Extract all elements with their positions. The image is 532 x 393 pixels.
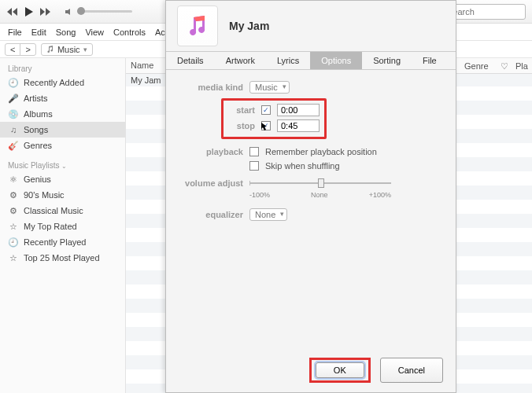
sidebar-item-classical-music[interactable]: ⚙Classical Music <box>0 203 125 219</box>
equalizer-select[interactable]: None <box>249 208 287 221</box>
sidebar-item-genres[interactable]: 🎸Genres <box>0 138 125 153</box>
gear-icon: ☆ <box>8 221 19 232</box>
sidebar-icon: 🕘 <box>8 77 19 88</box>
sidebar-item-recently-played[interactable]: 🕘Recently Played <box>0 234 125 250</box>
gear-icon: ⚙ <box>8 205 19 216</box>
menu-song[interactable]: Song <box>56 28 76 37</box>
column-plays[interactable]: Pla <box>515 61 528 71</box>
sidebar-item-label: Albums <box>24 109 53 119</box>
music-note-icon <box>46 46 54 53</box>
nav-back-forward[interactable]: <> <box>5 43 36 56</box>
song-row-name[interactable]: My Jam <box>126 74 166 88</box>
tab-lyrics[interactable]: Lyrics <box>266 52 310 69</box>
chevron-down-icon: ▾ <box>83 46 87 53</box>
menu-edit[interactable]: Edit <box>31 28 46 37</box>
play-icon[interactable] <box>24 6 35 17</box>
tab-file[interactable]: File <box>412 52 448 69</box>
start-time-input[interactable] <box>277 104 320 116</box>
skip-shuffle-label: Skip when shuffling <box>265 161 340 171</box>
tab-sorting[interactable]: Sorting <box>362 52 412 69</box>
start-label: start <box>228 105 255 115</box>
tab-artwork[interactable]: Artwork <box>215 52 266 69</box>
song-info-dialog: My Jam DetailsArtworkLyricsOptionsSortin… <box>165 0 456 393</box>
gear-icon: ☆ <box>8 252 19 263</box>
sidebar-item-top-25-most-played[interactable]: ☆Top 25 Most Played <box>0 250 125 266</box>
love-column-icon[interactable]: ♡ <box>501 61 508 71</box>
sidebar-icon: 🎤 <box>8 93 19 104</box>
music-note-icon <box>186 14 209 38</box>
sidebar-item-artists[interactable]: 🎤Artists <box>0 90 125 106</box>
sidebar-item-label: Recently Added <box>24 78 84 87</box>
sidebar-item-label: Recently Played <box>24 237 87 247</box>
sidebar-item-label: Genres <box>24 141 52 150</box>
dialog-title: My Jam <box>229 20 269 32</box>
sidebar-icon: ♫ <box>8 124 19 135</box>
sidebar-item-label: Classical Music <box>24 206 83 215</box>
sidebar-item-label: Genius <box>24 174 51 184</box>
gear-icon: 🕘 <box>8 237 19 248</box>
sidebar-item-label: Top 25 Most Played <box>24 253 100 263</box>
tab-details[interactable]: Details <box>166 52 215 69</box>
next-track-icon[interactable] <box>39 7 52 17</box>
gear-icon: ⚙ <box>8 189 19 200</box>
sidebar-item-label: My Top Rated <box>24 222 77 231</box>
ok-button[interactable]: OK <box>316 362 364 378</box>
stop-time-input[interactable] <box>277 119 320 132</box>
library-picker[interactable]: Music ▾ <box>41 43 93 56</box>
library-picker-label: Music <box>57 45 80 54</box>
volume-icon <box>65 8 74 16</box>
column-genre[interactable]: Genre <box>464 61 489 71</box>
sidebar-section-playlists: Music Playlists ⌄ <box>0 158 125 171</box>
prev-track-icon[interactable] <box>6 7 19 17</box>
menu-view[interactable]: View <box>85 28 104 37</box>
start-checkbox[interactable] <box>261 105 271 115</box>
sidebar-item-albums[interactable]: 💿Albums <box>0 106 125 122</box>
vol-mid-label: None <box>311 191 328 199</box>
menu-controls[interactable]: Controls <box>113 28 146 37</box>
remember-position-checkbox[interactable] <box>249 147 259 156</box>
media-kind-select[interactable]: Music <box>249 81 290 94</box>
remember-position-label: Remember playback position <box>265 147 377 156</box>
media-kind-label: media kind <box>180 83 243 92</box>
sidebar-section-library: Library <box>0 61 125 75</box>
vol-max-label: +100% <box>369 191 391 199</box>
start-stop-highlight: start stop <box>221 98 327 139</box>
sidebar-item-my-top-rated[interactable]: ☆My Top Rated <box>0 219 125 234</box>
sidebar-icon: 💿 <box>8 108 19 119</box>
sidebar-item-genius[interactable]: ⚛Genius <box>0 171 125 187</box>
vol-min-label: -100% <box>249 191 270 199</box>
volume-adjust-slider[interactable] <box>249 182 391 184</box>
sidebar-item-90-s-music[interactable]: ⚙90's Music <box>0 187 125 203</box>
volume-adjust-label: volume adjust <box>180 178 243 188</box>
sidebar-item-label: Artists <box>24 94 48 103</box>
cancel-button[interactable]: Cancel <box>380 358 443 383</box>
stop-checkbox[interactable] <box>261 121 271 130</box>
skip-shuffle-checkbox[interactable] <box>249 161 259 171</box>
equalizer-label: equalizer <box>180 210 243 219</box>
chevron-down-icon[interactable]: ⌄ <box>61 163 67 170</box>
ok-highlight: OK <box>309 358 371 383</box>
sidebar-item-label: 90's Music <box>24 190 65 200</box>
volume-slider[interactable] <box>65 8 132 16</box>
stop-label: stop <box>228 121 255 130</box>
sidebar-item-recently-added[interactable]: 🕘Recently Added <box>0 75 125 90</box>
sidebar-icon: 🎸 <box>8 140 19 151</box>
cursor-icon <box>260 122 268 131</box>
tab-options[interactable]: Options <box>310 52 362 69</box>
sidebar-item-songs[interactable]: ♫Songs <box>0 122 125 138</box>
menu-file[interactable]: File <box>8 28 22 37</box>
sidebar-item-label: Songs <box>24 125 48 134</box>
album-art-placeholder <box>177 6 218 46</box>
playback-label: playback <box>180 147 243 156</box>
gear-icon: ⚛ <box>8 174 19 185</box>
